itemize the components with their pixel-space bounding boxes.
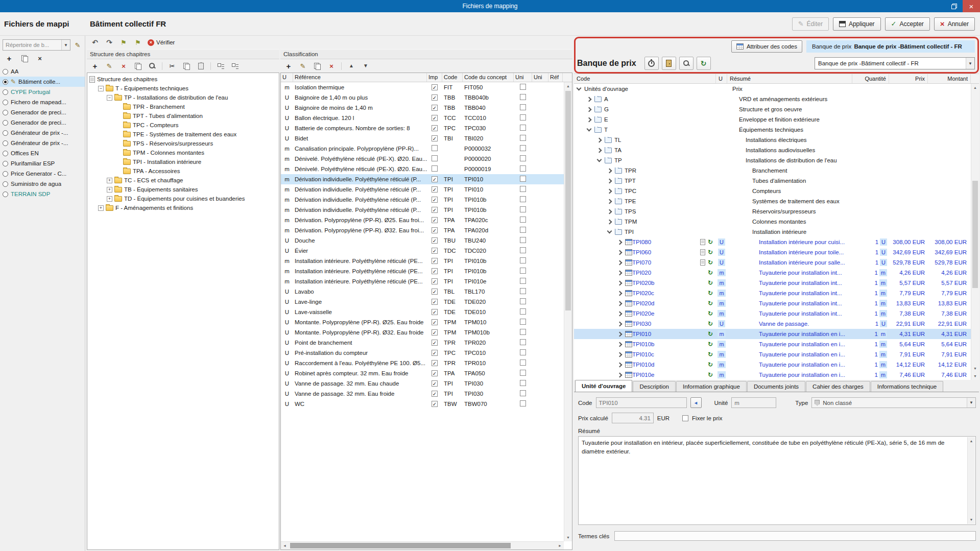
classification-row[interactable]: mIsolation thermique✓FITFIT050 xyxy=(281,82,564,92)
radio-icon[interactable] xyxy=(3,69,8,75)
classification-row[interactable]: mDérivation individuelle. Polyéthylène r… xyxy=(281,184,564,195)
imp-checkbox[interactable] xyxy=(432,155,438,161)
tree-node[interactable]: +TB - Équipements sanitaires xyxy=(87,185,279,194)
tree-node[interactable]: Structure des chapitres xyxy=(87,75,279,84)
uni-checkbox[interactable] xyxy=(520,145,526,151)
chevron-right-icon[interactable] xyxy=(617,311,623,316)
uni-checkbox[interactable] xyxy=(520,288,526,294)
classification-row[interactable]: UVanne de passage. 32 mm. Eau froide✓TPI… xyxy=(281,389,564,399)
uni-checkbox[interactable] xyxy=(520,247,526,253)
code-field[interactable]: TPI010 xyxy=(596,397,687,408)
imp-checkbox[interactable]: ✓ xyxy=(432,135,438,141)
uni-checkbox[interactable] xyxy=(520,114,526,121)
column-header[interactable]: Code xyxy=(574,74,716,83)
next-marker-button[interactable]: ⚑ xyxy=(133,38,142,47)
price-item-row[interactable]: TPI060↻UInstallation intérieure pour toi… xyxy=(574,247,971,257)
classification-row[interactable]: UPoint de branchement✓TPRTPR020 xyxy=(281,338,564,348)
chevron-right-icon[interactable] xyxy=(617,260,623,265)
uni-checkbox[interactable] xyxy=(520,104,526,110)
imp-checkbox[interactable] xyxy=(432,145,438,151)
classification-row[interactable]: mCanalisation principale. Polypropylène … xyxy=(281,143,564,154)
price-folder-row[interactable]: TPTTubes d'alimentation xyxy=(574,176,971,186)
sidebar-item[interactable]: AA xyxy=(0,66,85,77)
column-header[interactable]: Uni xyxy=(532,73,548,82)
radio-icon[interactable] xyxy=(3,171,8,177)
chevron-right-icon[interactable] xyxy=(587,97,592,102)
uni-checkbox[interactable] xyxy=(520,155,526,161)
detail-tab[interactable]: Documents joints xyxy=(747,381,805,392)
price-folder-row[interactable]: TPInstallations de distribution de l'eau xyxy=(574,155,971,165)
uni-checkbox[interactable] xyxy=(520,227,526,233)
classification-row[interactable]: mDérivation individuelle. Polyéthylène r… xyxy=(281,174,564,184)
undo-button[interactable]: ↶ xyxy=(90,38,100,47)
close-button[interactable]: × xyxy=(963,0,980,12)
chevron-right-icon[interactable] xyxy=(617,331,623,337)
computed-price-field[interactable]: 4.31 xyxy=(612,413,654,423)
price-folder-row[interactable]: TPESystèmes de traitement des eaux xyxy=(574,196,971,206)
scroll-down-arrow[interactable]: ▼ xyxy=(564,534,572,541)
sidebar-item[interactable]: Generador de preci... xyxy=(0,117,85,128)
chevron-down-icon[interactable] xyxy=(587,127,592,131)
detail-tab[interactable]: Cahier des charges xyxy=(806,381,870,392)
imp-checkbox[interactable]: ✓ xyxy=(432,299,438,305)
chevron-right-icon[interactable] xyxy=(617,270,623,275)
sidebar-item[interactable]: CYPE Portugal xyxy=(0,87,85,97)
imp-checkbox[interactable]: ✓ xyxy=(432,278,438,284)
radio-icon[interactable] xyxy=(3,130,8,136)
radio-icon[interactable] xyxy=(3,79,8,85)
price-folder-row[interactable]: TPIInstallation intérieure xyxy=(574,227,971,237)
price-item-row[interactable]: TPI080↻UInstallation intérieure pour cui… xyxy=(574,237,971,247)
imp-checkbox[interactable]: ✓ xyxy=(432,176,438,182)
tree-node[interactable]: +TD - Équipements pour cuisines et buand… xyxy=(87,194,279,203)
price-item-row[interactable]: TPI030↻UVanne de passage.1U22,91 EUR22,9… xyxy=(574,319,971,329)
delete-row-button[interactable]: × xyxy=(327,61,336,70)
chevron-right-icon[interactable] xyxy=(617,280,623,285)
classification-row[interactable]: UPré-installation du compteur✓TPCTPC010 xyxy=(281,348,564,358)
classification-row[interactable]: UWC✓TBWTBW070 xyxy=(281,399,564,409)
imp-checkbox[interactable]: ✓ xyxy=(432,329,438,336)
sidebar-item[interactable]: TERRAIN SDP xyxy=(0,189,85,199)
tree-node[interactable]: TPM - Colonnes montantes xyxy=(87,148,279,157)
scrollbar-thumb[interactable] xyxy=(972,181,978,288)
radio-icon[interactable] xyxy=(3,191,8,197)
tree-node[interactable]: TPR - Branchement xyxy=(87,102,279,111)
chevron-right-icon[interactable] xyxy=(587,107,592,112)
sidebar-item[interactable]: Generador de preci... xyxy=(0,107,85,117)
imp-checkbox[interactable]: ✓ xyxy=(432,125,438,131)
expand-toggle-icon[interactable]: + xyxy=(107,196,112,202)
price-folder-row[interactable]: TAInstallations audiovisuelles xyxy=(574,145,971,155)
radio-icon[interactable] xyxy=(3,140,8,146)
uni-checkbox[interactable] xyxy=(520,196,526,202)
refresh-bank-button[interactable]: ↻ xyxy=(697,57,711,70)
move-up-button[interactable]: ▲ xyxy=(347,61,356,70)
classification-row[interactable]: URobinet après compteur. 32 mm. Eau froi… xyxy=(281,368,564,378)
insert-code-button[interactable]: ◄ xyxy=(690,397,702,408)
chevron-right-icon[interactable] xyxy=(607,178,612,183)
column-header[interactable]: Code xyxy=(442,73,463,82)
uni-checkbox[interactable] xyxy=(520,165,526,172)
classification-row[interactable]: UBidet✓TBITBI020 xyxy=(281,133,564,143)
imp-checkbox[interactable]: ✓ xyxy=(432,309,438,315)
column-header[interactable]: Montant xyxy=(928,74,971,83)
expand-toggle-icon[interactable]: + xyxy=(107,178,112,183)
column-header[interactable]: Résumé xyxy=(727,74,852,83)
history-button[interactable] xyxy=(644,57,659,70)
radio-icon[interactable] xyxy=(3,181,8,187)
classification-row[interactable]: mDérivation. Polypropylène (PP-R). Ø25. … xyxy=(281,215,564,225)
tree-node[interactable]: TPC - Compteurs xyxy=(87,121,279,130)
radio-icon[interactable] xyxy=(3,110,8,115)
tree-node[interactable]: −TP - Installations de distribution de l… xyxy=(87,93,279,102)
expand-toggle-icon[interactable]: + xyxy=(107,187,112,193)
sidebar-item[interactable]: Générateur de prix -... xyxy=(0,128,85,138)
classification-row[interactable]: UDouche✓TBUTBU240 xyxy=(281,235,564,246)
tree-node[interactable]: −T - Équipements techniques xyxy=(87,84,279,93)
duplicate-chapter-button[interactable] xyxy=(133,61,142,70)
previous-marker-button[interactable]: ⚑ xyxy=(119,38,128,47)
move-down-button[interactable]: ▼ xyxy=(361,61,370,70)
edit-button[interactable]: ✎Éditer xyxy=(792,17,829,31)
tree-node[interactable]: TPE - Systèmes de traitement des eaux xyxy=(87,130,279,139)
price-item-row[interactable]: TPI010↻mTuyauterie pour installation en … xyxy=(574,329,971,339)
expand-toggle-icon[interactable]: − xyxy=(98,86,104,91)
price-item-row[interactable]: TPI020b↻mTuyauterie pour installation in… xyxy=(574,278,971,288)
imp-checkbox[interactable]: ✓ xyxy=(432,391,438,397)
